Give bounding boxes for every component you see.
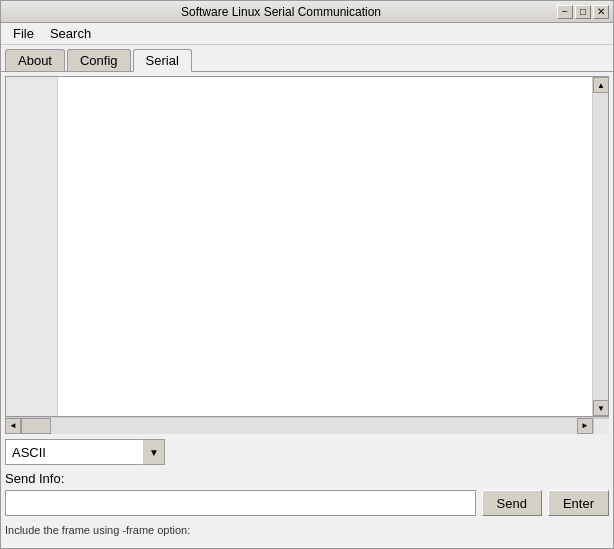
left-panel	[6, 77, 58, 416]
send-info-section: Send Info: Send Enter	[5, 471, 609, 516]
scroll-left-button[interactable]: ◄	[5, 418, 21, 434]
send-input-row: Send Enter	[5, 490, 609, 516]
minimize-button[interactable]: −	[557, 5, 573, 19]
bottom-controls: ASCII UTF-8 Latin-1 HEX ▼ Send Info: Sen…	[5, 433, 609, 544]
title-buttons: − □ ✕	[557, 5, 609, 19]
terminal-area: ▲ ▼	[5, 76, 609, 417]
tab-serial[interactable]: Serial	[133, 49, 192, 72]
scroll-track-horizontal[interactable]	[21, 418, 577, 434]
scroll-up-button[interactable]: ▲	[593, 77, 609, 93]
encoding-select[interactable]: ASCII UTF-8 Latin-1 HEX	[5, 439, 165, 465]
maximize-button[interactable]: □	[575, 5, 591, 19]
send-button[interactable]: Send	[482, 490, 542, 516]
menu-search[interactable]: Search	[42, 24, 99, 43]
encoding-select-wrapper: ASCII UTF-8 Latin-1 HEX ▼	[5, 439, 165, 465]
tab-bar: About Config Serial	[1, 45, 613, 72]
tab-config[interactable]: Config	[67, 49, 131, 71]
main-window: Software Linux Serial Communication − □ …	[0, 0, 614, 549]
menu-file[interactable]: File	[5, 24, 42, 43]
scrollbar-corner	[593, 418, 609, 434]
send-input[interactable]	[5, 490, 476, 516]
send-info-label: Send Info:	[5, 471, 609, 486]
menu-bar: File Search	[1, 23, 613, 45]
footer-text: Include the frame using -frame option:	[5, 522, 609, 538]
scroll-track-vertical[interactable]	[593, 93, 608, 400]
vertical-scrollbar: ▲ ▼	[592, 77, 608, 416]
encoding-row: ASCII UTF-8 Latin-1 HEX ▼	[5, 439, 609, 465]
title-bar: Software Linux Serial Communication − □ …	[1, 1, 613, 23]
window-title: Software Linux Serial Communication	[5, 5, 557, 19]
close-button[interactable]: ✕	[593, 5, 609, 19]
tab-about[interactable]: About	[5, 49, 65, 71]
main-content: ▲ ▼ ◄ ► ASCII UTF-8 Latin-1	[1, 72, 613, 548]
scroll-down-button[interactable]: ▼	[593, 400, 609, 416]
scroll-right-button[interactable]: ►	[577, 418, 593, 434]
encoding-dropdown-icon[interactable]: ▼	[143, 439, 165, 465]
output-area	[58, 77, 608, 416]
enter-button[interactable]: Enter	[548, 490, 609, 516]
scroll-thumb-horizontal[interactable]	[21, 418, 51, 434]
horizontal-scrollbar: ◄ ►	[5, 417, 609, 433]
